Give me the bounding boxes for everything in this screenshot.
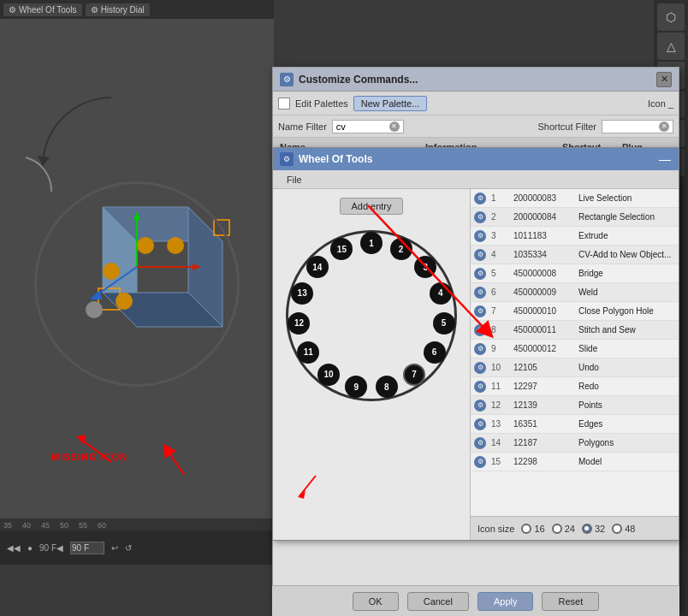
- entry-row-7[interactable]: ⚙ 7 450000010 Close Polygon Hole: [471, 302, 679, 321]
- entry-row-10[interactable]: ⚙ 10 12105 Undo: [471, 358, 679, 377]
- r-icon-1[interactable]: ⬡: [657, 3, 685, 31]
- entry-row-14[interactable]: ⚙ 14 12187 Polygons: [471, 434, 679, 453]
- entry-row-13[interactable]: ⚙ 13 16351 Edges: [471, 415, 679, 434]
- wheel-dot-9[interactable]: 9: [345, 376, 367, 398]
- entry-list: ⚙ 1 200000083 Live Selection ⚙ 2 2000000…: [471, 189, 679, 516]
- entry-code-13: 16351: [513, 419, 573, 429]
- entry-num-12: 12: [491, 400, 508, 410]
- radio-48[interactable]: [612, 524, 622, 534]
- missing-arrow-small: [290, 471, 324, 506]
- entry-gear-9: ⚙: [474, 343, 486, 355]
- entry-row-11[interactable]: ⚙ 11 12297 Redo: [471, 377, 679, 396]
- 3d-viewport: ⚙ Wheel Of Tools ⚙ History Dial: [0, 0, 274, 565]
- r-icon-2[interactable]: △: [657, 33, 685, 60]
- name-filter-input[interactable]: [336, 121, 388, 132]
- new-palette-button[interactable]: New Palette...: [353, 96, 427, 111]
- icon-size-16[interactable]: 16: [521, 524, 544, 534]
- entry-name-2: Rectangle Selection: [578, 212, 675, 222]
- wheel-title-text: Wheel Of Tools: [299, 153, 653, 165]
- entry-code-11: 12297: [513, 382, 573, 391]
- wheel-dot-8[interactable]: 8: [376, 376, 398, 398]
- missing-icon-label: MISSING ICON: [51, 452, 128, 462]
- entry-code-5: 450000008: [513, 269, 573, 278]
- entry-code-3: 1011183: [513, 231, 573, 240]
- entry-name-4: CV-Add to New Object...: [578, 250, 675, 259]
- wheel-dot-1[interactable]: 1: [360, 232, 383, 254]
- icon-size-24[interactable]: 24: [552, 524, 575, 534]
- entry-gear-1: ⚙: [474, 192, 486, 204]
- wheel-dot-15[interactable]: 15: [330, 238, 353, 260]
- wheel-dot-11[interactable]: 11: [297, 341, 319, 364]
- entry-num-8: 8: [491, 325, 508, 335]
- entry-num-10: 10: [491, 363, 508, 372]
- wheel-dot-4[interactable]: 4: [430, 282, 452, 305]
- entry-gear-6: ⚙: [474, 287, 486, 299]
- entry-row-9[interactable]: ⚙ 9 450000012 Slide: [471, 340, 679, 358]
- entry-name-1: Live Selection: [578, 193, 675, 203]
- entry-name-3: Extrude: [578, 231, 675, 240]
- entry-row-15[interactable]: ⚙ 15 12298 Model: [471, 453, 679, 471]
- name-filter-clear[interactable]: ✕: [389, 121, 400, 132]
- shortcut-filter-input[interactable]: [606, 121, 657, 132]
- entry-row-12[interactable]: ⚙ 12 12139 Points: [471, 396, 679, 415]
- dialog-title-text: Customize Commands...: [299, 74, 651, 86]
- cancel-button[interactable]: Cancel: [407, 592, 469, 611]
- name-filter-input-wrapper: ✕: [332, 120, 404, 133]
- add-entry-button[interactable]: Add entry: [340, 198, 402, 215]
- entry-name-5: Bridge: [578, 269, 675, 278]
- wheel-dot-13[interactable]: 13: [291, 282, 313, 305]
- entry-row-4[interactable]: ⚙ 4 1035334 CV-Add to New Object...: [471, 246, 679, 264]
- entry-row-3[interactable]: ⚙ 3 1011183 Extrude: [471, 227, 679, 246]
- edit-palettes-checkbox[interactable]: [278, 98, 290, 110]
- wheel-dot-14[interactable]: 14: [306, 256, 329, 278]
- entry-name-7: Close Polygon Hole: [578, 306, 675, 316]
- reset-button[interactable]: Reset: [542, 592, 599, 611]
- wheel-right-panel: ⚙ 1 200000083 Live Selection ⚙ 2 2000000…: [470, 189, 679, 540]
- wheel-dot-5[interactable]: 5: [433, 312, 455, 335]
- entry-code-2: 200000084: [513, 212, 573, 222]
- history-dial-btn[interactable]: ⚙ History Dial: [86, 3, 150, 16]
- wheel-dot-7[interactable]: 7: [403, 364, 425, 386]
- entry-gear-14: ⚙: [474, 437, 486, 449]
- entry-gear-10: ⚙: [474, 362, 486, 374]
- entry-num-9: 9: [491, 344, 508, 353]
- menu-item-file[interactable]: File: [280, 175, 309, 185]
- radio-24[interactable]: [552, 524, 562, 534]
- viewport-toolbar: ⚙ Wheel Of Tools ⚙ History Dial: [0, 0, 274, 19]
- entry-row-8[interactable]: ⚙ 8 450000011 Stitch and Sew: [471, 321, 679, 340]
- radio-32[interactable]: [582, 524, 592, 534]
- radio-16[interactable]: [521, 524, 531, 534]
- icon-size-label: Icon size: [477, 524, 514, 534]
- history-icon: ⚙: [91, 5, 98, 15]
- entry-row-2[interactable]: ⚙ 2 200000084 Rectangle Selection: [471, 208, 679, 227]
- entry-num-4: 4: [491, 250, 508, 259]
- wheel-dot-10[interactable]: 10: [317, 364, 340, 386]
- icon-size-48[interactable]: 48: [612, 524, 635, 534]
- wheel-title-icon: ⚙: [280, 152, 294, 166]
- wheel-dot-2[interactable]: 2: [390, 238, 412, 260]
- wheel-minimize-button[interactable]: —: [658, 152, 672, 166]
- wheel-dot-12[interactable]: 12: [288, 312, 310, 335]
- entry-name-9: Slide: [578, 344, 675, 353]
- wheel-dot-6[interactable]: 6: [424, 341, 446, 364]
- entry-row-6[interactable]: ⚙ 6 450000009 Weld: [471, 283, 679, 302]
- wheel-of-tools-tab[interactable]: ⚙ Wheel Of Tools: [3, 3, 82, 16]
- apply-button[interactable]: Apply: [477, 592, 534, 611]
- icon-size-32[interactable]: 32: [582, 524, 605, 534]
- entry-code-6: 450000009: [513, 287, 573, 297]
- entry-code-15: 12298: [513, 457, 573, 466]
- entry-row-1[interactable]: ⚙ 1 200000083 Live Selection: [471, 189, 679, 208]
- entry-gear-5: ⚙: [474, 268, 486, 280]
- tool-ring-svg: [0, 55, 222, 277]
- palette-toolbar: Edit Palettes New Palette... Icon _: [273, 92, 679, 116]
- svg-marker-21: [299, 490, 305, 499]
- ok-button[interactable]: OK: [353, 592, 399, 611]
- frame-input[interactable]: [70, 542, 104, 554]
- entry-row-5[interactable]: ⚙ 5 450000008 Bridge: [471, 264, 679, 283]
- shortcut-filter-input-wrapper: ✕: [602, 120, 673, 133]
- shortcut-filter-clear[interactable]: ✕: [659, 121, 669, 132]
- dialog-title-icon: ⚙: [280, 73, 294, 86]
- entry-num-6: 6: [491, 287, 508, 297]
- wheel-dot-3[interactable]: 3: [414, 256, 436, 278]
- dialog-close-button[interactable]: ✕: [656, 72, 672, 87]
